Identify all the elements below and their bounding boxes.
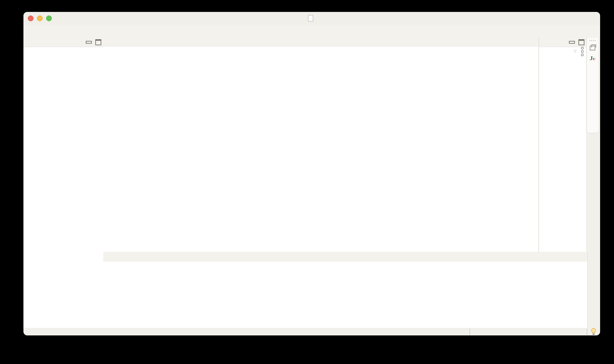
junit-icon[interactable]: Jᴜ (590, 55, 595, 62)
screen: Jᴜ (0, 0, 614, 364)
editor-content[interactable] (103, 47, 538, 252)
minimize-view-button[interactable] (86, 41, 92, 44)
outline-message (539, 56, 586, 62)
titlebar (23, 12, 600, 25)
drag-handle-icon[interactable] (586, 328, 588, 335)
maximize-view-button[interactable] (95, 39, 101, 45)
minimize-window-button[interactable] (37, 15, 43, 21)
project-explorer-view (23, 38, 104, 328)
editor-tabbar (103, 38, 538, 47)
main-area: Jᴜ (23, 38, 600, 328)
maximize-view-button[interactable] (578, 39, 584, 45)
disabled-icon (572, 48, 578, 54)
status-bar (23, 328, 600, 335)
eclipse-window: Jᴜ (23, 12, 600, 335)
project-explorer-toolbar (23, 47, 103, 56)
lightbulb-icon[interactable] (591, 328, 597, 335)
bottom-tabbar (103, 252, 587, 262)
editor-area (103, 38, 538, 252)
view-menu-icon[interactable] (581, 47, 584, 56)
zoom-window-button[interactable] (46, 15, 52, 21)
outline-view (539, 38, 586, 252)
console-output[interactable] (103, 261, 587, 328)
drag-handle-icon[interactable] (589, 40, 596, 41)
project-explorer-header (23, 38, 103, 47)
outline-toolbar (539, 47, 586, 56)
close-window-button[interactable] (28, 15, 34, 21)
restore-view-icon[interactable] (590, 46, 595, 51)
traffic-lights (28, 12, 52, 25)
main-toolbar (23, 25, 600, 38)
outline-header (539, 38, 586, 47)
project-explorer-icon (26, 39, 32, 45)
window-title (308, 15, 316, 21)
minimize-view-button[interactable] (569, 41, 575, 44)
drag-handle-icon[interactable] (469, 328, 471, 335)
project-tree (23, 56, 103, 328)
minimized-view-stack: Jᴜ (587, 38, 598, 133)
bottom-panel (103, 252, 587, 328)
document-icon (308, 15, 313, 21)
